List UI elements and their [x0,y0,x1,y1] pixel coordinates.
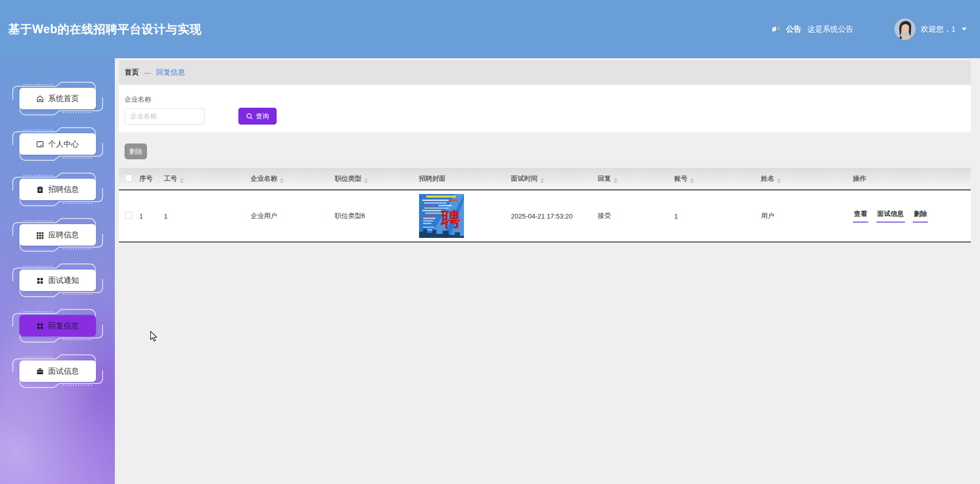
query-button-label: 查询 [256,112,269,121]
sort-caret-icon[interactable] [614,178,618,183]
interview-info-button[interactable]: 面试信息 [876,209,905,223]
sidebar-item-interview-notice[interactable]: 面试通知 [10,262,105,298]
app-header: 基于Web的在线招聘平台设计与实现 公告 这是系统公告 欢迎您，1 [0,0,980,58]
breadcrumb-current[interactable]: 回复信息 [156,68,185,77]
briefcase-icon [36,368,44,375]
row-checkbox[interactable] [125,212,132,219]
main-content: 首页 — 回复信息 企业名称 查询 删除 [115,58,980,484]
cell-interview-time: 2025-04-21 17:53:20 [505,190,592,242]
sidebar-button-reply-info[interactable]: 回复信息 [19,315,96,336]
sidebar-button-profile[interactable]: 个人中心 [19,133,96,155]
column-header-interview-time[interactable]: 面试时间 [505,168,592,190]
table-row: 1 1 企业用户 职位类型6 [119,190,971,242]
cell-worker-id: 1 [158,190,244,242]
query-button[interactable]: 查询 [238,108,277,125]
sidebar: 系统首页 个人中心 招聘信息 [0,58,115,484]
clipboard-icon [36,186,44,193]
announcement-text: 这是系统公告 [807,25,853,34]
svg-text:聘: 聘 [440,208,460,230]
chevron-down-icon[interactable] [962,28,967,31]
grid9-icon [36,231,44,239]
sidebar-item-label: 招聘信息 [48,185,79,195]
sidebar-item-home[interactable]: 系统首页 [10,81,105,116]
grid4-icon [36,322,44,330]
reply-info-table: 序号 工号 企业名称 职位类型 招聘封面 面试时间 回复 账号 姓名 操作 1 … [119,168,971,243]
cell-reply: 接受 [592,190,668,242]
sidebar-item-reply-info[interactable]: 回复信息 [10,308,105,344]
sidebar-item-apply-info[interactable]: 应聘信息 [10,217,105,253]
sidebar-item-interview-info[interactable]: 面试信息 [10,353,105,389]
view-button[interactable]: 查看 [853,209,868,223]
sidebar-item-label: 系统首页 [48,94,79,104]
cell-actions: 查看 面试信息 删除 [847,190,971,242]
sidebar-item-label: 个人中心 [48,139,79,149]
breadcrumb-home[interactable]: 首页 [125,68,139,77]
column-header-company[interactable]: 企业名称 [244,168,329,190]
sort-caret-icon[interactable] [180,178,184,183]
table-header-row: 序号 工号 企业名称 职位类型 招聘封面 面试时间 回复 账号 姓名 操作 [119,168,971,190]
breadcrumb: 首页 — 回复信息 [119,60,971,85]
sidebar-button-apply-info[interactable]: 应聘信息 [19,224,96,246]
breadcrumb-separator: — [144,68,151,77]
avatar-image [894,18,916,40]
announcement-label[interactable]: 公告 [786,25,801,34]
recruit-cover-image[interactable]: 聘 [419,194,464,238]
cell-account: 1 [668,190,755,242]
home-icon [36,95,44,103]
sidebar-button-interview-info[interactable]: 面试信息 [19,360,96,382]
column-header-name[interactable]: 姓名 [755,168,847,190]
sidebar-button-interview-notice[interactable]: 面试通知 [19,270,96,291]
column-header-index: 序号 [133,168,158,190]
search-panel: 企业名称 查询 [119,85,971,132]
sort-caret-icon[interactable] [364,178,368,183]
idcard-icon [36,140,44,148]
sidebar-button-recruit-info[interactable]: 招聘信息 [19,179,96,200]
select-all-checkbox[interactable] [125,175,132,182]
search-icon [246,113,253,120]
sidebar-item-label: 回复信息 [48,321,79,331]
sidebar-item-label: 应聘信息 [48,230,79,240]
page-title: 基于Web的在线招聘平台设计与实现 [8,21,202,37]
column-header-cover: 招聘封面 [413,168,505,190]
sort-caret-icon[interactable] [540,178,544,183]
sidebar-item-label: 面试信息 [48,367,79,376]
sidebar-item-profile[interactable]: 个人中心 [10,126,105,162]
company-name-input[interactable] [125,108,205,125]
column-header-actions: 操作 [847,168,971,190]
column-header-account[interactable]: 账号 [668,168,755,190]
sidebar-item-label: 面试通知 [48,276,79,285]
column-header-worker-id[interactable]: 工号 [158,168,244,190]
sidebar-item-recruit-info[interactable]: 招聘信息 [10,172,105,207]
sidebar-button-home[interactable]: 系统首页 [19,88,96,109]
sort-caret-icon[interactable] [777,178,781,183]
announcement-icon [771,25,781,33]
column-header-reply[interactable]: 回复 [592,168,668,190]
search-field-label: 企业名称 [125,95,971,104]
grid4-icon [36,277,44,284]
sort-caret-icon[interactable] [280,178,284,183]
cell-company: 企业用户 [244,190,329,242]
cell-job-type: 职位类型6 [329,190,413,242]
cell-name: 用户 [755,190,847,242]
avatar[interactable] [894,18,916,40]
sort-caret-icon[interactable] [690,178,694,183]
welcome-text: 欢迎您，1 [921,25,955,34]
cell-index: 1 [133,190,158,242]
batch-delete-button[interactable]: 删除 [125,143,147,159]
delete-row-button[interactable]: 删除 [913,209,928,223]
header-right: 公告 这是系统公告 欢迎您，1 [771,0,967,58]
column-header-job-type[interactable]: 职位类型 [329,168,413,190]
table-toolbar: 删除 [119,132,971,168]
